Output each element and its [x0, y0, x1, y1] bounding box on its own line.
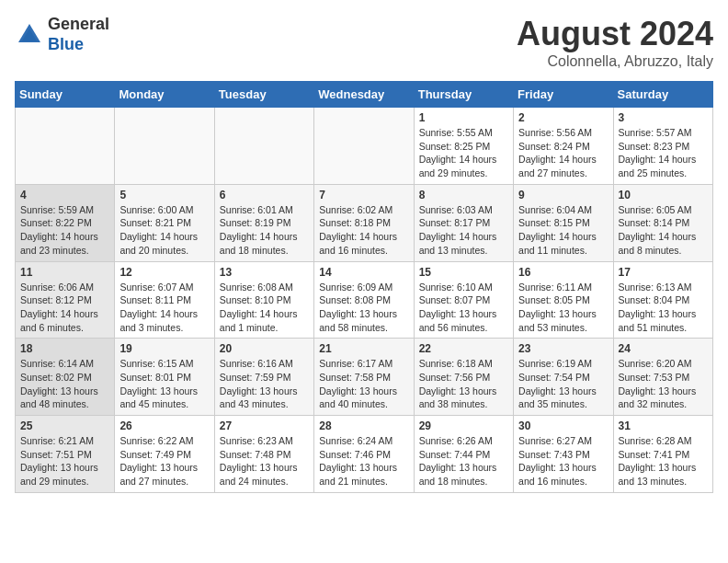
day-number: 11 — [20, 266, 109, 279]
calendar-day-cell: 18Sunrise: 6:14 AM Sunset: 8:02 PM Dayli… — [16, 339, 115, 416]
calendar-day-cell: 30Sunrise: 6:27 AM Sunset: 7:43 PM Dayli… — [514, 416, 613, 493]
calendar-day-cell: 14Sunrise: 6:09 AM Sunset: 8:08 PM Dayli… — [314, 261, 414, 339]
day-info: Sunrise: 6:06 AM Sunset: 8:12 PM Dayligh… — [20, 281, 109, 335]
calendar-day-cell: 29Sunrise: 6:26 AM Sunset: 7:44 PM Dayli… — [414, 416, 513, 493]
calendar-day-cell: 6Sunrise: 6:01 AM Sunset: 8:19 PM Daylig… — [214, 184, 313, 261]
calendar-day-cell: 17Sunrise: 6:13 AM Sunset: 8:04 PM Dayli… — [613, 261, 712, 339]
day-info: Sunrise: 6:04 AM Sunset: 8:15 PM Dayligh… — [518, 203, 608, 258]
day-number: 14 — [319, 266, 408, 279]
day-number: 8 — [419, 189, 508, 201]
day-number: 28 — [319, 419, 408, 432]
day-info: Sunrise: 6:16 AM Sunset: 7:59 PM Dayligh… — [220, 357, 309, 411]
day-number: 5 — [119, 189, 209, 201]
calendar-day-cell: 26Sunrise: 6:22 AM Sunset: 7:49 PM Dayli… — [115, 416, 214, 493]
day-number: 29 — [419, 419, 508, 432]
logo-text: General Blue — [48, 15, 109, 54]
day-info: Sunrise: 6:11 AM Sunset: 8:05 PM Dayligh… — [518, 281, 608, 335]
day-info: Sunrise: 5:57 AM Sunset: 8:23 PM Dayligh… — [619, 126, 708, 180]
day-number: 18 — [20, 342, 109, 355]
calendar-week-row: 4Sunrise: 5:59 AM Sunset: 8:22 PM Daylig… — [16, 184, 713, 261]
calendar-day-cell: 13Sunrise: 6:08 AM Sunset: 8:10 PM Dayli… — [214, 261, 313, 339]
day-info: Sunrise: 6:09 AM Sunset: 8:08 PM Dayligh… — [319, 281, 408, 335]
day-info: Sunrise: 5:55 AM Sunset: 8:25 PM Dayligh… — [419, 126, 508, 180]
day-info: Sunrise: 6:03 AM Sunset: 8:17 PM Dayligh… — [419, 203, 508, 258]
day-number: 27 — [220, 419, 309, 432]
logo: General Blue — [15, 15, 109, 54]
day-number: 3 — [619, 111, 708, 124]
day-info: Sunrise: 6:08 AM Sunset: 8:10 PM Dayligh… — [220, 281, 309, 335]
day-number: 21 — [319, 342, 408, 355]
calendar-day-cell: 27Sunrise: 6:23 AM Sunset: 7:48 PM Dayli… — [214, 416, 313, 493]
weekday-header: Thursday — [414, 82, 513, 108]
calendar-day-cell — [16, 108, 115, 185]
weekday-header: Sunday — [16, 82, 115, 108]
day-number: 22 — [419, 342, 508, 355]
calendar-day-cell: 19Sunrise: 6:15 AM Sunset: 8:01 PM Dayli… — [115, 339, 214, 416]
calendar-day-cell: 9Sunrise: 6:04 AM Sunset: 8:15 PM Daylig… — [514, 184, 613, 261]
day-info: Sunrise: 6:26 AM Sunset: 7:44 PM Dayligh… — [419, 434, 508, 488]
calendar-week-row: 11Sunrise: 6:06 AM Sunset: 8:12 PM Dayli… — [16, 261, 713, 339]
day-info: Sunrise: 6:15 AM Sunset: 8:01 PM Dayligh… — [119, 357, 209, 411]
weekday-header: Tuesday — [214, 82, 313, 108]
day-info: Sunrise: 6:02 AM Sunset: 8:18 PM Dayligh… — [319, 203, 408, 258]
day-info: Sunrise: 5:59 AM Sunset: 8:22 PM Dayligh… — [20, 203, 109, 258]
calendar-day-cell: 22Sunrise: 6:18 AM Sunset: 7:56 PM Dayli… — [414, 339, 513, 416]
day-info: Sunrise: 6:20 AM Sunset: 7:53 PM Dayligh… — [619, 357, 708, 411]
page-header: General Blue August 2024 Colonnella, Abr… — [15, 15, 713, 70]
day-number: 31 — [619, 419, 708, 432]
day-number: 15 — [419, 266, 508, 279]
day-info: Sunrise: 6:22 AM Sunset: 7:49 PM Dayligh… — [119, 434, 209, 488]
day-info: Sunrise: 6:19 AM Sunset: 7:54 PM Dayligh… — [518, 357, 608, 411]
calendar-day-cell: 23Sunrise: 6:19 AM Sunset: 7:54 PM Dayli… — [514, 339, 613, 416]
calendar-day-cell: 16Sunrise: 6:11 AM Sunset: 8:05 PM Dayli… — [514, 261, 613, 339]
calendar-day-cell: 20Sunrise: 6:16 AM Sunset: 7:59 PM Dayli… — [214, 339, 313, 416]
calendar-day-cell: 3Sunrise: 5:57 AM Sunset: 8:23 PM Daylig… — [613, 108, 712, 185]
calendar-day-cell: 24Sunrise: 6:20 AM Sunset: 7:53 PM Dayli… — [613, 339, 712, 416]
location-subtitle: Colonnella, Abruzzo, Italy — [517, 53, 713, 70]
calendar-day-cell: 10Sunrise: 6:05 AM Sunset: 8:14 PM Dayli… — [613, 184, 712, 261]
calendar-day-cell: 25Sunrise: 6:21 AM Sunset: 7:51 PM Dayli… — [16, 416, 115, 493]
day-number: 17 — [619, 266, 708, 279]
day-info: Sunrise: 6:17 AM Sunset: 7:58 PM Dayligh… — [319, 357, 408, 411]
day-info: Sunrise: 6:14 AM Sunset: 8:02 PM Dayligh… — [20, 357, 109, 411]
day-number: 16 — [518, 266, 608, 279]
day-number: 4 — [20, 189, 109, 201]
day-info: Sunrise: 6:18 AM Sunset: 7:56 PM Dayligh… — [419, 357, 508, 411]
day-number: 26 — [119, 419, 209, 432]
calendar-day-cell: 28Sunrise: 6:24 AM Sunset: 7:46 PM Dayli… — [314, 416, 414, 493]
calendar-week-row: 1Sunrise: 5:55 AM Sunset: 8:25 PM Daylig… — [16, 108, 713, 185]
calendar-week-row: 18Sunrise: 6:14 AM Sunset: 8:02 PM Dayli… — [16, 339, 713, 416]
calendar-day-cell: 1Sunrise: 5:55 AM Sunset: 8:25 PM Daylig… — [414, 108, 513, 185]
day-number: 20 — [220, 342, 309, 355]
day-info: Sunrise: 6:24 AM Sunset: 7:46 PM Dayligh… — [319, 434, 408, 488]
day-number: 13 — [220, 266, 309, 279]
day-number: 1 — [419, 111, 508, 124]
day-info: Sunrise: 6:27 AM Sunset: 7:43 PM Dayligh… — [518, 434, 608, 488]
calendar-table: SundayMondayTuesdayWednesdayThursdayFrid… — [15, 81, 713, 493]
calendar-week-row: 25Sunrise: 6:21 AM Sunset: 7:51 PM Dayli… — [16, 416, 713, 493]
day-number: 19 — [119, 342, 209, 355]
calendar-day-cell: 31Sunrise: 6:28 AM Sunset: 7:41 PM Dayli… — [613, 416, 712, 493]
day-number: 12 — [119, 266, 209, 279]
day-info: Sunrise: 6:07 AM Sunset: 8:11 PM Dayligh… — [119, 281, 209, 335]
calendar-day-cell: 2Sunrise: 5:56 AM Sunset: 8:24 PM Daylig… — [514, 108, 613, 185]
weekday-header: Saturday — [613, 82, 712, 108]
day-number: 10 — [619, 189, 708, 201]
calendar-day-cell: 12Sunrise: 6:07 AM Sunset: 8:11 PM Dayli… — [115, 261, 214, 339]
day-number: 9 — [518, 189, 608, 201]
title-area: August 2024 Colonnella, Abruzzo, Italy — [517, 15, 713, 70]
calendar-day-cell: 11Sunrise: 6:06 AM Sunset: 8:12 PM Dayli… — [16, 261, 115, 339]
logo-icon — [15, 20, 44, 50]
day-number: 30 — [518, 419, 608, 432]
day-number: 6 — [220, 189, 309, 201]
day-info: Sunrise: 6:05 AM Sunset: 8:14 PM Dayligh… — [619, 203, 708, 258]
day-number: 2 — [518, 111, 608, 124]
day-number: 7 — [319, 189, 408, 201]
calendar-day-cell: 7Sunrise: 6:02 AM Sunset: 8:18 PM Daylig… — [314, 184, 414, 261]
weekday-header: Wednesday — [314, 82, 414, 108]
calendar-day-cell: 15Sunrise: 6:10 AM Sunset: 8:07 PM Dayli… — [414, 261, 513, 339]
calendar-day-cell: 4Sunrise: 5:59 AM Sunset: 8:22 PM Daylig… — [16, 184, 115, 261]
day-number: 24 — [619, 342, 708, 355]
calendar-day-cell: 21Sunrise: 6:17 AM Sunset: 7:58 PM Dayli… — [314, 339, 414, 416]
day-info: Sunrise: 6:13 AM Sunset: 8:04 PM Dayligh… — [619, 281, 708, 335]
